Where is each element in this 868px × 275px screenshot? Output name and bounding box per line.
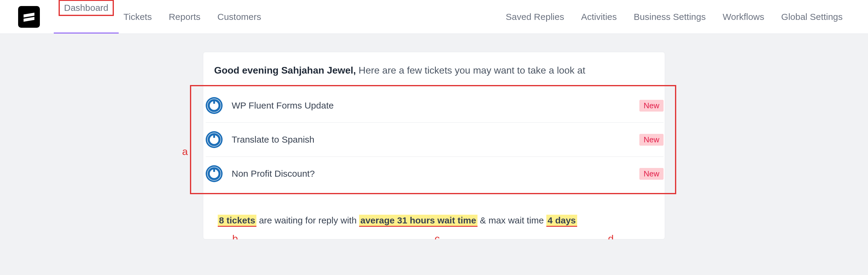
avatar-icon bbox=[206, 97, 223, 114]
annotation-d: d bbox=[608, 233, 614, 239]
nav-left-group: Dashboard Tickets Reports Customers bbox=[59, 1, 269, 33]
stats-avg-wait: average 31 hours wait time bbox=[359, 215, 477, 227]
greeting-rest: Here are a few tickets you may want to t… bbox=[356, 65, 585, 76]
stats-ticket-count: 8 tickets bbox=[218, 215, 256, 227]
nav-activities[interactable]: Activities bbox=[574, 1, 624, 33]
nav-tickets[interactable]: Tickets bbox=[116, 1, 159, 33]
stats-max-wait: 4 days bbox=[546, 215, 577, 227]
ticket-title: WP Fluent Forms Update bbox=[231, 100, 639, 111]
logo-icon bbox=[22, 10, 36, 24]
svg-rect-2 bbox=[213, 100, 215, 104]
ticket-list-container: WP Fluent Forms Update New Translate to … bbox=[190, 85, 676, 194]
dashboard-card: Good evening Sahjahan Jewel, Here are a … bbox=[203, 52, 665, 239]
annotation-c: c bbox=[435, 233, 440, 239]
ticket-row[interactable]: WP Fluent Forms Update New bbox=[206, 89, 663, 123]
app-logo[interactable] bbox=[18, 6, 40, 28]
avatar-icon bbox=[206, 165, 223, 182]
status-badge: New bbox=[639, 100, 663, 111]
top-navigation: Dashboard Tickets Reports Customers Save… bbox=[0, 0, 868, 34]
ticket-title: Non Profit Discount? bbox=[231, 169, 639, 179]
ticket-row[interactable]: Non Profit Discount? New bbox=[206, 157, 663, 191]
stats-summary: 8 tickets are waiting for reply with ave… bbox=[203, 194, 665, 227]
nav-dashboard[interactable]: Dashboard bbox=[59, 0, 114, 16]
nav-saved-replies[interactable]: Saved Replies bbox=[498, 1, 571, 33]
nav-customers[interactable]: Customers bbox=[210, 1, 269, 33]
stats-text: & max wait time bbox=[477, 215, 546, 225]
annotation-a: a bbox=[182, 146, 188, 158]
nav-right-group: Saved Replies Activities Business Settin… bbox=[498, 1, 850, 33]
status-badge: New bbox=[639, 134, 663, 146]
ticket-row[interactable]: Translate to Spanish New bbox=[206, 123, 663, 157]
nav-business-settings[interactable]: Business Settings bbox=[626, 1, 713, 33]
nav-workflows[interactable]: Workflows bbox=[715, 1, 772, 33]
nav-reports[interactable]: Reports bbox=[162, 1, 208, 33]
greeting-name: Good evening Sahjahan Jewel, bbox=[214, 65, 356, 76]
active-tab-underline bbox=[54, 33, 119, 33]
ticket-title: Translate to Spanish bbox=[231, 135, 639, 145]
svg-rect-5 bbox=[213, 134, 215, 138]
avatar-icon bbox=[206, 131, 223, 148]
annotation-b: b bbox=[232, 233, 238, 239]
greeting-text: Good evening Sahjahan Jewel, Here are a … bbox=[203, 52, 665, 85]
nav-global-settings[interactable]: Global Settings bbox=[774, 1, 850, 33]
status-badge: New bbox=[639, 168, 663, 180]
svg-rect-8 bbox=[213, 168, 215, 172]
stats-text: are waiting for reply with bbox=[256, 215, 359, 225]
